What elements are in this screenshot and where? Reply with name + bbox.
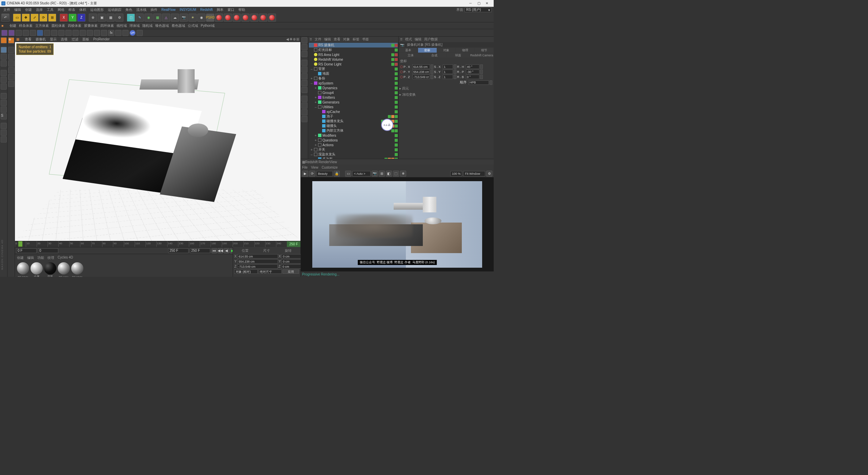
rv-menu-0[interactable]: File bbox=[302, 166, 308, 169]
workplane-mode-button[interactable] bbox=[1, 60, 7, 66]
menu-17[interactable]: 窗口 bbox=[225, 7, 236, 12]
tb2-0[interactable]: 创建 bbox=[8, 23, 18, 28]
snap-settings-button[interactable]: S bbox=[1, 113, 7, 119]
filter-6-button[interactable] bbox=[8, 74, 14, 80]
tree-item-15[interactable]: 池子 bbox=[309, 114, 398, 119]
menu-3[interactable]: 选择 bbox=[34, 7, 45, 12]
menu-4[interactable]: 工具 bbox=[45, 7, 56, 12]
vp-nav-2-icon[interactable]: ✥ bbox=[290, 37, 292, 41]
tree-item-8[interactable]: –xpSystem bbox=[309, 81, 398, 86]
tree-item-11[interactable]: +Emitters bbox=[309, 95, 398, 100]
tree-item-4[interactable]: RS Dome Light bbox=[309, 62, 398, 66]
xp-system-button[interactable] bbox=[1, 30, 7, 36]
vp-menu-5[interactable]: 面板 bbox=[80, 37, 91, 42]
locked-wp-button[interactable] bbox=[1, 130, 7, 136]
filter-2-button[interactable] bbox=[8, 47, 14, 53]
tree-item-9[interactable]: +Dynamics bbox=[309, 86, 398, 90]
attr-quaternion-section[interactable]: 四元 bbox=[399, 86, 494, 92]
attr-tab-8[interactable]: Redshift Camera bbox=[470, 53, 493, 58]
point-mode-button[interactable] bbox=[1, 70, 7, 76]
menu-7[interactable]: 体积 bbox=[77, 7, 88, 12]
material-0[interactable]: RS Mate bbox=[17, 262, 29, 274]
model-mode-button[interactable] bbox=[1, 47, 7, 53]
tb2-7[interactable]: 线性域 bbox=[115, 23, 128, 28]
tree-item-19[interactable]: +Modifiers bbox=[309, 133, 398, 138]
xp-foam-button[interactable] bbox=[94, 30, 100, 36]
om-menu-1[interactable]: 编辑 bbox=[324, 37, 331, 42]
vt-10[interactable] bbox=[301, 102, 308, 109]
timeline-ruler[interactable]: 0102030405060708090100110120130140150160… bbox=[15, 241, 300, 247]
filter-5-button[interactable] bbox=[8, 67, 14, 73]
xp-domain-button[interactable] bbox=[122, 30, 129, 36]
material-4[interactable]: RS Mate bbox=[71, 262, 83, 274]
rv-render-button[interactable]: ▶ bbox=[302, 171, 308, 177]
tb2-12[interactable]: 公式域 bbox=[186, 23, 199, 28]
xp-vol-button[interactable] bbox=[115, 30, 121, 36]
scale-button[interactable]: ⤢ bbox=[31, 14, 39, 22]
tree-item-5[interactable]: –背景 bbox=[309, 66, 398, 71]
menu-1[interactable]: 编辑 bbox=[12, 7, 23, 12]
z-axis-button[interactable]: Z bbox=[77, 14, 85, 22]
xp-mod-button[interactable] bbox=[23, 30, 29, 36]
attr-tab-0[interactable]: 基本 bbox=[399, 48, 418, 53]
tree-item-14[interactable]: xpCache bbox=[309, 109, 398, 114]
rv-grid-button[interactable]: ⊞ bbox=[379, 171, 385, 177]
attr-tab-1[interactable]: 坐标 bbox=[418, 48, 437, 53]
environment-button[interactable]: ☁ bbox=[171, 14, 179, 22]
record-6-button[interactable] bbox=[259, 14, 267, 22]
maximize-button[interactable]: ▢ bbox=[477, 1, 481, 5]
menu-16[interactable]: 脚本 bbox=[215, 7, 225, 12]
attr-tab-7[interactable]: 球面 bbox=[447, 53, 470, 58]
cube-primitive-button[interactable]: ◫ bbox=[127, 14, 135, 22]
polygon-mode-button[interactable] bbox=[1, 83, 7, 90]
rv-menu-2[interactable]: Customize bbox=[322, 166, 338, 169]
menu-13[interactable]: RealFlow bbox=[159, 7, 178, 12]
tree-item-3[interactable]: Redshift Volume bbox=[309, 57, 398, 62]
rv-region-button[interactable]: ▭ bbox=[345, 171, 351, 177]
om-menu-3[interactable]: 对象 bbox=[343, 37, 350, 42]
xp-branch-button[interactable] bbox=[80, 30, 86, 36]
last-tool-button[interactable]: ⊞ bbox=[48, 14, 56, 22]
texture-mode-button[interactable] bbox=[1, 54, 7, 60]
move-button[interactable]: ✥ bbox=[22, 14, 30, 22]
vt-11[interactable] bbox=[301, 109, 308, 115]
menu-8[interactable]: 运动图形 bbox=[88, 7, 106, 12]
attr-tab-6[interactable]: 合成 bbox=[423, 53, 446, 58]
attr-tab-3[interactable]: 物理 bbox=[456, 48, 474, 53]
tree-item-1[interactable]: 灯光目标 bbox=[309, 48, 398, 52]
vp-menu-2[interactable]: 显示 bbox=[48, 37, 59, 42]
record-4-button[interactable] bbox=[241, 14, 250, 22]
render-settings-button[interactable]: ⚙ bbox=[115, 14, 123, 22]
tb2-9[interactable]: 随机域 bbox=[141, 23, 154, 28]
vp-menu-3[interactable]: 选项 bbox=[59, 37, 70, 42]
undo-button[interactable]: ↶ bbox=[1, 14, 9, 22]
vt-3[interactable] bbox=[301, 51, 308, 57]
tree-item-20[interactable]: +Questions bbox=[309, 138, 398, 142]
vt-5[interactable] bbox=[301, 66, 308, 73]
attr-tab-4[interactable]: 细节 bbox=[475, 48, 493, 53]
rv-menu-1[interactable]: View bbox=[311, 166, 318, 169]
record-2-button[interactable] bbox=[224, 14, 232, 22]
tb2-1[interactable]: 样条体素 bbox=[18, 23, 34, 28]
camera-button[interactable]: 📷 bbox=[180, 14, 188, 22]
coord-sys-button[interactable]: ⊕ bbox=[89, 14, 97, 22]
coord-mode1-dropdown[interactable]: 对象 (相对) bbox=[234, 269, 258, 274]
viewport-solo-button[interactable] bbox=[1, 100, 7, 106]
light-button[interactable]: ☀ bbox=[189, 14, 197, 22]
tree-item-10[interactable]: Group4 bbox=[309, 90, 398, 95]
vt-4[interactable] bbox=[301, 60, 308, 66]
rv-ipr-button[interactable]: ⟳ bbox=[309, 171, 315, 177]
record-7-button[interactable] bbox=[268, 14, 276, 22]
vp-menu-0[interactable]: 查看 bbox=[23, 37, 34, 42]
layout-dropdown[interactable]: RS (用户)▾ bbox=[465, 7, 492, 12]
tree-item-6[interactable]: 地面 bbox=[309, 71, 398, 76]
rv-aov-dropdown[interactable]: Beauty bbox=[316, 171, 333, 176]
menu-15[interactable]: Redshift bbox=[198, 7, 215, 12]
xp-emitter-button[interactable] bbox=[8, 30, 15, 36]
timeline-end-field[interactable] bbox=[168, 248, 189, 253]
tb2-11[interactable]: 着色器域 bbox=[170, 23, 186, 28]
vt-2[interactable] bbox=[301, 44, 308, 50]
xp-wet-button[interactable] bbox=[101, 30, 107, 36]
vt-1[interactable] bbox=[301, 37, 308, 43]
om-menu-2[interactable]: 查看 bbox=[334, 37, 340, 42]
